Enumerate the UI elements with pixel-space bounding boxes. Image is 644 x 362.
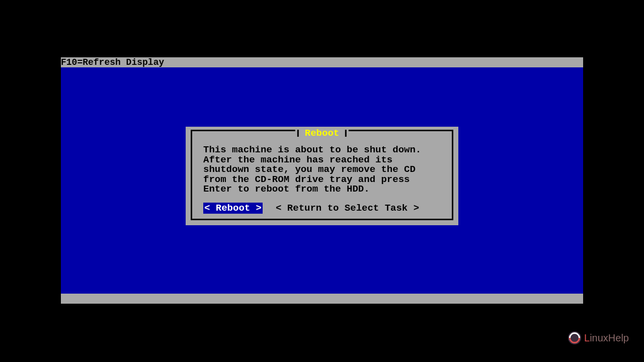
reboot-dialog: Reboot This machine is about to be shut …	[186, 127, 458, 225]
title-tick-right	[345, 130, 347, 137]
dialog-body-text: This machine is about to be shut down. A…	[203, 145, 444, 195]
top-hint-bar: F10=Refresh Display	[61, 57, 583, 67]
terminal-screen: F10=Refresh Display Reboot This machine …	[61, 57, 583, 304]
linuxhelp-text: LinuxHelp	[584, 332, 629, 344]
linuxhelp-logo-icon	[568, 331, 581, 344]
return-to-select-task-button[interactable]: < Return to Select Task >	[276, 203, 419, 214]
reboot-button[interactable]: < Reboot >	[203, 203, 263, 214]
dialog-button-row: < Reboot > < Return to Select Task >	[203, 203, 419, 214]
linuxhelp-watermark: LinuxHelp	[568, 331, 629, 344]
dialog-border: Reboot This machine is about to be shut …	[191, 130, 453, 220]
bottom-bar	[61, 294, 583, 304]
dialog-title-wrap: Reboot	[295, 130, 349, 137]
dialog-title: Reboot	[299, 130, 345, 137]
background-area: Reboot This machine is about to be shut …	[61, 67, 583, 294]
